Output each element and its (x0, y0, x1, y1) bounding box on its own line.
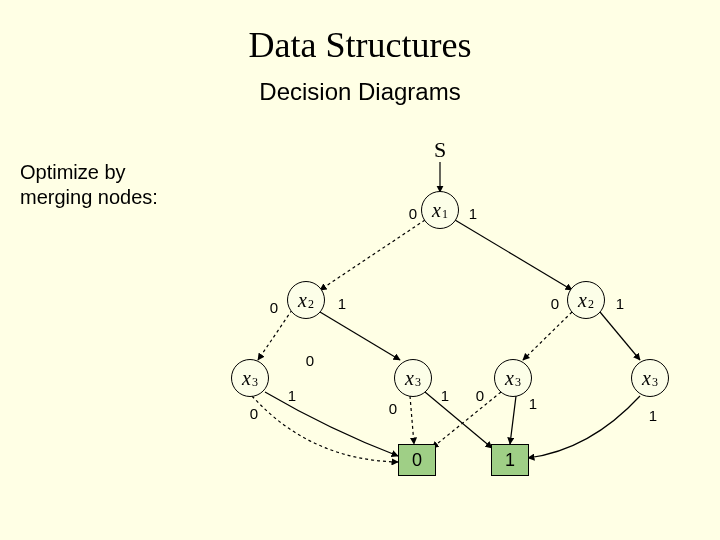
node-x1-var: x (432, 199, 441, 222)
edge-x3b-1: 1 (441, 387, 449, 404)
edge-x1-1: 1 (469, 205, 477, 222)
edge-x3a-0: 0 (250, 405, 258, 422)
svg-line-3 (258, 310, 292, 360)
terminal-1: 1 (491, 444, 529, 476)
svg-line-4 (320, 312, 400, 360)
node-x3d-var: x (642, 367, 651, 390)
root-label: S (434, 137, 446, 163)
node-x3-a: x3 (231, 359, 269, 397)
svg-line-6 (600, 312, 640, 360)
terminal-0: 0 (398, 444, 436, 476)
edge-x2l-0-extra: 0 (306, 352, 314, 369)
node-x2r-var: x (578, 289, 587, 312)
edge-x3b-0: 0 (389, 400, 397, 417)
node-x2-right: x2 (567, 281, 605, 319)
side-text: Optimize by merging nodes: (20, 160, 158, 210)
node-x1-sub: 1 (442, 207, 448, 222)
node-x3a-sub: 3 (252, 375, 258, 390)
node-x3a-var: x (242, 367, 251, 390)
page-title: Data Structures (0, 24, 720, 66)
svg-line-5 (523, 312, 572, 360)
node-x2r-sub: 2 (588, 297, 594, 312)
edge-x3a-1: 1 (288, 387, 296, 404)
node-x3-c: x3 (494, 359, 532, 397)
edge-x1-0: 0 (409, 205, 417, 222)
node-x3b-sub: 3 (415, 375, 421, 390)
edge-x3d-1: 1 (649, 407, 657, 424)
edge-x2r-0: 0 (551, 295, 559, 312)
side-text-line1: Optimize by (20, 161, 126, 183)
node-x3d-sub: 3 (652, 375, 658, 390)
edge-x2l-0: 0 (270, 299, 278, 316)
edge-x3c-0: 0 (476, 387, 484, 404)
side-text-line2: merging nodes: (20, 186, 158, 208)
node-x3c-sub: 3 (515, 375, 521, 390)
page-subtitle: Decision Diagrams (0, 78, 720, 106)
node-x3c-var: x (505, 367, 514, 390)
node-x3-b: x3 (394, 359, 432, 397)
node-x2-left: x2 (287, 281, 325, 319)
node-x3-d: x3 (631, 359, 669, 397)
svg-line-2 (455, 220, 572, 290)
edge-x2l-1: 1 (338, 295, 346, 312)
node-x1: x1 (421, 191, 459, 229)
svg-line-10 (510, 396, 516, 444)
edge-x3c-1: 1 (529, 395, 537, 412)
node-x2l-sub: 2 (308, 297, 314, 312)
edge-x2r-1: 1 (616, 295, 624, 312)
svg-line-1 (320, 220, 425, 290)
svg-line-7 (410, 396, 414, 444)
node-x2l-var: x (298, 289, 307, 312)
node-x3b-var: x (405, 367, 414, 390)
